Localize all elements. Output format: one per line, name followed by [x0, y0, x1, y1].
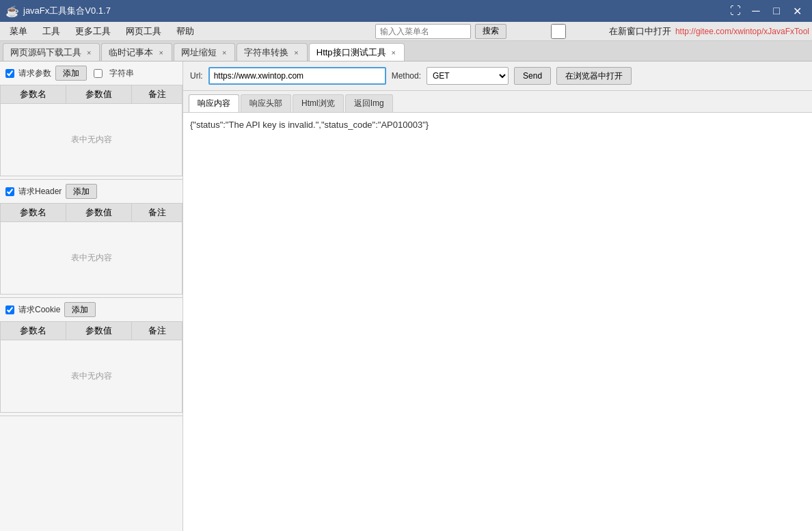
request-header-section: 请求Header 添加 参数名 参数值 备注 表中无内容: [0, 180, 182, 298]
tab-webpage-source[interactable]: 网页源码下载工具 ×: [3, 43, 100, 61]
params-empty-notice: 表中无内容: [6, 107, 176, 173]
tab-close-webpage-source[interactable]: ×: [85, 49, 92, 57]
tab-close-string-convert[interactable]: ×: [293, 49, 299, 57]
send-button[interactable]: Send: [514, 67, 551, 85]
tab-close-url-shorten[interactable]: ×: [221, 49, 228, 57]
tab-url-shorten[interactable]: 网址缩短 ×: [174, 43, 235, 61]
tab-notepad[interactable]: 临时记事本 ×: [101, 43, 172, 61]
header-col-value: 参数值: [66, 204, 132, 222]
search-button[interactable]: 搜索: [475, 24, 506, 39]
gitee-link[interactable]: http://gitee.com/xwintop/xJavaFxTool: [675, 27, 809, 36]
header-add-button[interactable]: 添加: [66, 184, 97, 199]
close-button[interactable]: ✕: [787, 1, 807, 21]
search-input[interactable]: [375, 24, 471, 39]
maximize-button[interactable]: □: [767, 1, 786, 21]
cookie-add-button[interactable]: 添加: [64, 302, 96, 317]
cookie-table: 参数名 参数值 备注 表中无内容: [0, 321, 182, 413]
menu-item-bang-zhu[interactable]: 帮助: [170, 23, 201, 40]
method-select[interactable]: GET POST PUT DELETE PATCH HEAD: [427, 67, 509, 85]
params-add-button[interactable]: 添加: [55, 66, 87, 81]
params-table: 参数名 参数值 备注 表中无内容: [0, 85, 182, 176]
header-col-note: 备注: [132, 204, 182, 222]
menu-item-wang-ye[interactable]: 网页工具: [119, 23, 168, 40]
method-label: Method:: [392, 71, 421, 81]
main-content: 请求参数 添加 字符串 参数名 参数值 备注 表中无内容: [0, 62, 812, 531]
url-input[interactable]: [208, 67, 386, 85]
app-icon: ☕: [5, 5, 19, 18]
open-browser-button[interactable]: 在浏览器中打开: [556, 67, 632, 85]
app-title: javaFx工具集合V0.1.7: [23, 5, 111, 17]
params-checkbox[interactable]: [5, 69, 14, 78]
minimize-button[interactable]: ─: [746, 1, 766, 21]
fullscreen-button[interactable]: ⛶: [726, 1, 745, 21]
cookie-empty-notice: 表中无内容: [6, 343, 176, 409]
menu-item-geng-duo[interactable]: 更多工具: [68, 23, 118, 40]
params-col-value: 参数值: [66, 85, 132, 104]
url-bar: Url: Method: GET POST PUT DELETE PATCH H…: [183, 62, 812, 91]
response-tabs: 响应内容 响应头部 Html浏览 返回Img: [183, 91, 812, 113]
header-col-name: 参数名: [1, 204, 66, 222]
cookie-col-value: 参数值: [66, 322, 132, 340]
params-col-note: 备注: [132, 85, 182, 104]
url-label: Url:: [190, 71, 203, 81]
response-text: {"status":"The API key is invalid.","sta…: [190, 120, 429, 130]
tab-close-http-test[interactable]: ×: [390, 49, 397, 57]
tab-string-convert[interactable]: 字符串转换 ×: [236, 43, 307, 61]
request-params-section: 请求参数 添加 字符串 参数名 参数值 备注 表中无内容: [0, 62, 182, 180]
menu-search-area: 搜索 在新窗口中打开 http://gitee.com/xwintop/xJav…: [375, 24, 809, 39]
cookie-section-header: 请求Cookie 添加: [0, 298, 182, 321]
cookie-col-name: 参数名: [1, 322, 66, 340]
resp-tab-content[interactable]: 响应内容: [189, 94, 239, 112]
params-label: 请求参数: [18, 68, 51, 79]
resp-tab-headers[interactable]: 响应头部: [241, 94, 291, 112]
menu-bar: 菜单 工具 更多工具 网页工具 帮助 搜索 在新窗口中打开 http://git…: [0, 22, 812, 41]
window-controls: ⛶ ─ □ ✕: [726, 1, 807, 21]
cookie-label: 请求Cookie: [18, 304, 60, 316]
right-panel: Url: Method: GET POST PUT DELETE PATCH H…: [183, 62, 812, 531]
tab-bar: 网页源码下载工具 × 临时记事本 × 网址缩短 × 字符串转换 × Http接口…: [0, 41, 812, 62]
menu-item-cai-dan[interactable]: 菜单: [3, 23, 34, 40]
left-panel: 请求参数 添加 字符串 参数名 参数值 备注 表中无内容: [0, 62, 183, 531]
title-bar-left: ☕ javaFx工具集合V0.1.7: [5, 5, 111, 18]
header-section-header: 请求Header 添加: [0, 180, 182, 203]
response-content-area: {"status":"The API key is invalid.","sta…: [183, 113, 812, 531]
header-label: 请求Header: [18, 186, 62, 198]
cookie-checkbox[interactable]: [5, 305, 14, 314]
header-table: 参数名 参数值 备注 表中无内容: [0, 203, 182, 295]
char-label: 字符串: [109, 68, 134, 79]
new-window-label: 在新窗口中打开: [511, 24, 671, 39]
cookie-col-note: 备注: [132, 322, 182, 340]
header-empty-notice: 表中无内容: [6, 225, 176, 291]
tab-http-test[interactable]: Http接口测试工具 ×: [309, 43, 405, 61]
char-checkbox[interactable]: [94, 69, 103, 78]
params-header: 请求参数 添加 字符串: [0, 62, 182, 85]
menu-item-gong-ju[interactable]: 工具: [36, 23, 67, 40]
resp-tab-html[interactable]: Html浏览: [293, 94, 344, 112]
new-window-checkbox[interactable]: [511, 24, 606, 39]
request-cookie-section: 请求Cookie 添加 参数名 参数值 备注 表中无内容: [0, 298, 182, 416]
params-col-name: 参数名: [1, 85, 66, 104]
title-bar: ☕ javaFx工具集合V0.1.7 ⛶ ─ □ ✕: [0, 0, 812, 22]
tab-close-notepad[interactable]: ×: [157, 49, 164, 57]
resp-tab-img[interactable]: 返回Img: [345, 94, 393, 112]
header-checkbox[interactable]: [5, 187, 14, 196]
